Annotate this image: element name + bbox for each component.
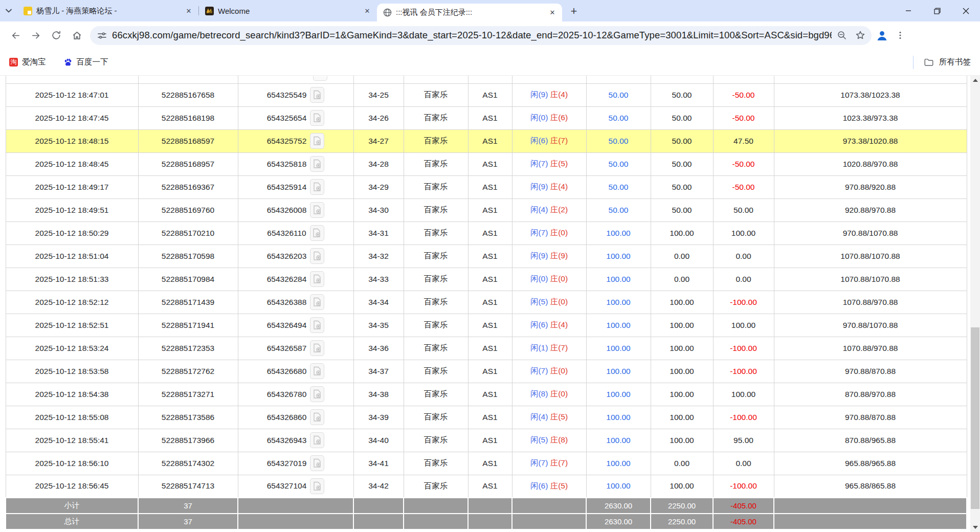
tab-bet-records-active[interactable]: :::视讯 会员下注纪录::: ✕: [377, 4, 562, 21]
site-settings-icon[interactable]: [97, 31, 107, 40]
scroll-up-icon[interactable]: [970, 76, 980, 85]
video-replay-button[interactable]: [310, 478, 324, 494]
bet-amount: 100.00: [586, 268, 651, 291]
restore-icon[interactable]: [923, 0, 951, 21]
video-replay-button[interactable]: [310, 133, 324, 149]
bet-amount: 100.00: [586, 452, 651, 475]
video-replay-button[interactable]: [310, 156, 324, 172]
bet-record-row[interactable]: 2025-10-12 18:51:33 522885170984 6543262…: [6, 268, 967, 291]
bet-amount: 100.00: [586, 429, 651, 452]
round-number: 654326203: [267, 252, 307, 261]
account-id: AS1: [468, 429, 512, 452]
folder-icon: [924, 57, 934, 68]
account-id: AS1: [468, 475, 512, 498]
valid-amount: 50.00: [651, 106, 713, 129]
bet-record-row[interactable]: 2025-10-12 18:52:12 522885171439 6543263…: [6, 291, 967, 314]
tab-close-icon[interactable]: ✕: [363, 6, 372, 15]
bet-record-row[interactable]: 2025-10-12 18:51:04 522885170598 6543262…: [6, 245, 967, 268]
order-number: 522885172762: [138, 360, 238, 383]
menu-kebab-icon[interactable]: [896, 31, 905, 40]
video-replay-button[interactable]: [310, 363, 324, 379]
bet-record-row[interactable]: 2025-10-12 18:47:01 522885167658 6543255…: [6, 83, 967, 106]
bet-record-row[interactable]: 2025-10-12 18:55:08 522885173586 6543268…: [6, 406, 967, 429]
balance-before-after: 1023.38/973.38: [774, 106, 967, 129]
game-type: 百家乐: [404, 475, 468, 498]
forward-icon[interactable]: [26, 25, 46, 46]
valid-amount: 50.00: [651, 198, 713, 221]
table-round: 34-42: [353, 475, 404, 498]
video-replay-button[interactable]: [310, 179, 324, 195]
bookmark-taobao[interactable]: 淘 爱淘宝: [9, 57, 46, 68]
video-replay-button[interactable]: [310, 87, 324, 103]
bet-detail: 闲(7) 庄(7): [512, 452, 586, 475]
bet-record-row[interactable]: 2025-10-12 18:52:51 522885171941 6543264…: [6, 314, 967, 337]
win-loss: -50.00: [713, 152, 774, 175]
tab-close-icon[interactable]: ✕: [548, 8, 557, 17]
bet-record-row[interactable]: 2025-10-12 18:55:41 522885173966 6543269…: [6, 429, 967, 452]
new-tab-button[interactable]: +: [566, 4, 582, 19]
all-bookmarks-label[interactable]: 所有书签: [939, 57, 971, 68]
video-replay-button[interactable]: [310, 225, 324, 241]
url-text[interactable]: 66cxkj98.com/game/betrecord_search/kind3…: [112, 30, 832, 41]
address-bar[interactable]: 66cxkj98.com/game/betrecord_search/kind3…: [90, 26, 872, 45]
bet-record-row[interactable]: 2025-10-12 18:49:51 522885169760 6543260…: [6, 198, 967, 221]
bookmark-baidu[interactable]: 百度一下: [63, 57, 108, 68]
table-round: 34-25: [353, 83, 404, 106]
account-id: AS1: [468, 360, 512, 383]
tab-close-icon[interactable]: ✕: [184, 6, 193, 15]
win-loss: 95.00: [713, 429, 774, 452]
bet-record-row[interactable]: 2025-10-12 18:53:24 522885172353 6543265…: [6, 337, 967, 360]
bet-record-row[interactable]: 2025-10-12 18:53:58 522885172762 6543266…: [6, 360, 967, 383]
bet-record-row[interactable]: 2025-10-12 18:54:38 522885173271 6543267…: [6, 383, 967, 406]
bookmark-star-icon[interactable]: [855, 30, 865, 40]
video-replay-button[interactable]: [310, 455, 324, 471]
minimize-icon[interactable]: [894, 0, 923, 21]
bet-record-row[interactable]: 2025-10-12 18:48:15 522885168597 6543257…: [6, 129, 967, 152]
table-round: 34-26: [353, 106, 404, 129]
welcome-favicon-icon: [205, 7, 214, 15]
balance-before-after: 970.88/1070.88: [774, 314, 967, 337]
tab-forum[interactable]: 杨雪儿 - 海燕策略论坛 - ✕: [17, 0, 198, 21]
bet-record-row[interactable]: 2025-10-12 18:48:45 522885168957 6543258…: [6, 152, 967, 175]
scroll-down-icon[interactable]: [970, 523, 980, 532]
video-replay-button[interactable]: [310, 340, 324, 356]
close-icon[interactable]: [951, 0, 980, 21]
bookmarks-bar: 淘 爱淘宝 百度一下 所有书签: [0, 49, 980, 76]
video-replay-button[interactable]: [310, 271, 324, 287]
win-loss: -100.00: [713, 406, 774, 429]
video-replay-button[interactable]: [310, 110, 324, 126]
bet-record-row[interactable]: 2025-10-12 18:47:45 522885168198 6543256…: [6, 106, 967, 129]
win-loss: 100.00: [713, 221, 774, 245]
home-icon[interactable]: [66, 25, 87, 46]
account-id: AS1: [468, 152, 512, 175]
win-loss: -100.00: [713, 291, 774, 314]
tab-search-chevron-icon[interactable]: [0, 0, 17, 21]
bet-record-row[interactable]: 2025-10-12 18:56:10 522885174302 6543270…: [6, 452, 967, 475]
total-row: 总计 37 2630.00 2250.00 -405.00: [6, 514, 967, 529]
table-round: 34-32: [353, 245, 404, 268]
total-valid: 2250.00: [651, 514, 713, 529]
video-replay-button[interactable]: [310, 317, 324, 333]
total-winloss: -405.00: [730, 517, 756, 526]
bet-record-row[interactable]: 2025-10-12 18:49:17 522885169367 6543259…: [6, 175, 967, 198]
profile-avatar[interactable]: [876, 29, 888, 42]
reload-icon[interactable]: [46, 25, 66, 46]
bet-record-row[interactable]: 2025-10-12 18:56:45 522885174713 6543271…: [6, 475, 967, 498]
video-replay-button[interactable]: [310, 432, 324, 448]
bet-amount: 50.00: [586, 83, 651, 106]
video-replay-button[interactable]: [310, 248, 324, 264]
order-number: 522885172353: [138, 337, 238, 360]
scrollbar-thumb[interactable]: [971, 327, 979, 509]
balance-before-after: 1020.88/970.88: [774, 152, 967, 175]
video-replay-button[interactable]: [310, 202, 324, 218]
video-replay-button[interactable]: [310, 409, 324, 425]
back-icon[interactable]: [5, 25, 26, 46]
video-replay-button[interactable]: [310, 294, 324, 310]
account-id: AS1: [468, 337, 512, 360]
bet-record-row[interactable]: 2025-10-12 18:50:29 522885170210 6543261…: [6, 221, 967, 245]
video-replay-button[interactable]: [310, 386, 324, 402]
zoom-out-icon[interactable]: [837, 30, 847, 40]
tab-welcome[interactable]: Welcome ✕: [199, 0, 377, 21]
taobao-icon: 淘: [9, 58, 18, 66]
vertical-scrollbar[interactable]: [970, 76, 980, 532]
